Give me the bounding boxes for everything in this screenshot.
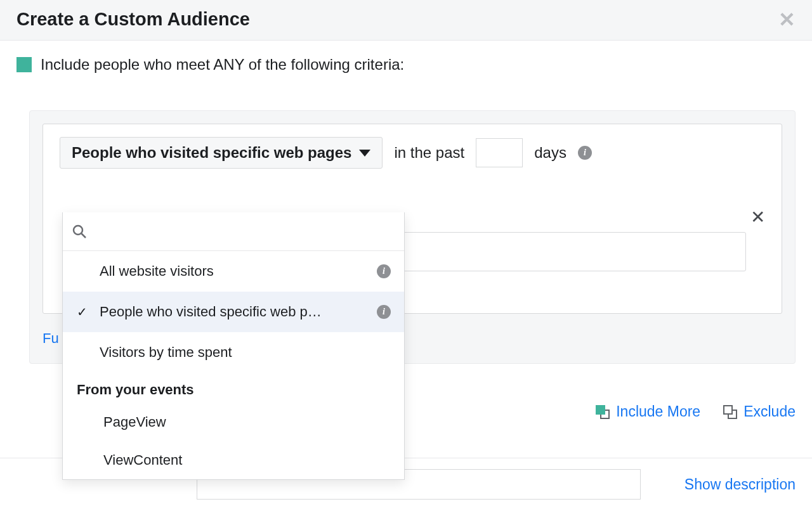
svg-point-0	[74, 226, 82, 235]
dropdown-option-label: People who visited specific web p…	[100, 304, 365, 320]
audience-type-dropdown[interactable]: People who visited specific web pages	[60, 137, 383, 169]
info-icon[interactable]: i	[578, 146, 592, 160]
chevron-down-icon	[359, 150, 370, 157]
dropdown-event-viewcontent[interactable]: ViewContent	[63, 441, 404, 479]
dialog-header: Create a Custom Audience ✕	[0, 0, 812, 41]
show-description-link[interactable]: Show description	[684, 476, 796, 493]
dropdown-option-specific-pages[interactable]: ✓ People who visited specific web p… i	[63, 292, 404, 332]
actions-row: Include More Exclude	[596, 403, 796, 420]
further-refine-link[interactable]: Fu	[43, 330, 59, 347]
remove-rule-icon[interactable]: ✕	[750, 207, 765, 228]
include-indicator-icon	[16, 57, 32, 72]
exclude-button[interactable]: Exclude	[723, 403, 796, 420]
criteria-text: Include people who meet ANY of the follo…	[41, 56, 404, 74]
include-more-label: Include More	[616, 403, 700, 420]
prefix-text: in the past	[394, 144, 464, 162]
dropdown-event-label: ViewContent	[103, 452, 182, 468]
dropdown-selected-label: People who visited specific web pages	[72, 144, 351, 162]
dropdown-search-row	[63, 212, 404, 251]
include-more-button[interactable]: Include More	[596, 403, 700, 420]
dropdown-event-pageview[interactable]: PageView	[63, 403, 404, 441]
info-icon[interactable]: i	[377, 264, 391, 278]
close-icon[interactable]: ✕	[778, 10, 796, 30]
audience-type-dropdown-panel: All website visitors i ✓ People who visi…	[62, 212, 405, 480]
dropdown-option-all-visitors[interactable]: All website visitors i	[63, 251, 404, 292]
filter-row: People who visited specific web pages in…	[60, 137, 765, 169]
criteria-row: Include people who meet ANY of the follo…	[0, 41, 812, 79]
search-icon	[72, 224, 87, 239]
suffix-text: days	[534, 144, 566, 162]
info-icon[interactable]: i	[377, 305, 391, 319]
exclude-label: Exclude	[743, 403, 796, 420]
dialog-title: Create a Custom Audience	[16, 9, 250, 30]
days-input[interactable]	[476, 138, 523, 167]
dropdown-option-label: Visitors by time spent	[100, 344, 365, 361]
dropdown-option-label: All website visitors	[100, 263, 365, 280]
dropdown-event-label: PageView	[103, 414, 166, 430]
layers-icon	[596, 405, 610, 419]
dropdown-section-header: From your events	[63, 373, 404, 403]
layers-outline-icon	[723, 405, 737, 419]
dropdown-option-time-spent[interactable]: Visitors by time spent	[63, 332, 404, 373]
check-icon: ✓	[77, 304, 88, 320]
svg-line-1	[82, 234, 86, 238]
dropdown-search-input[interactable]	[96, 223, 395, 240]
